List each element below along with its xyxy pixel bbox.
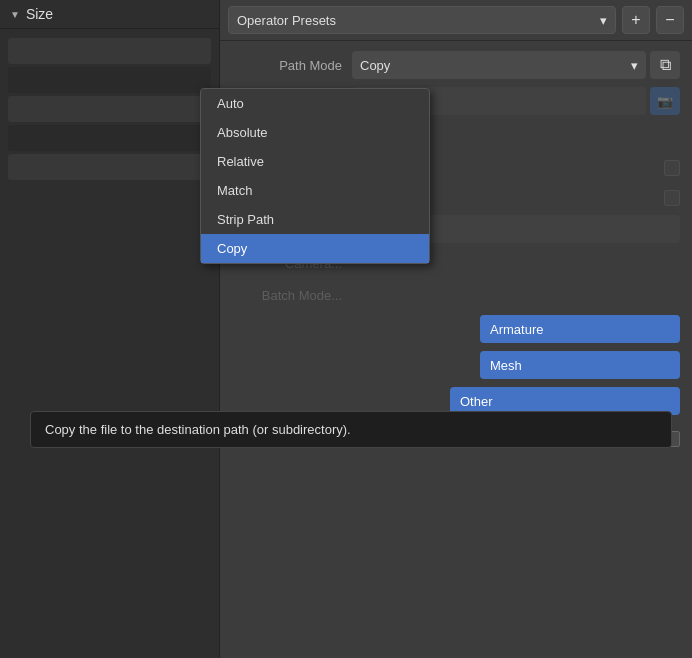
collection-checkbox[interactable] (664, 190, 680, 206)
sidebar-item-4[interactable] (8, 125, 211, 151)
batch-mode-text: Batch Mode... (232, 288, 352, 303)
sidebar-item-5[interactable] (8, 154, 211, 180)
blue-items-container: Armature Mesh Other (232, 315, 680, 419)
dropdown-item-strip-path[interactable]: Strip Path (201, 205, 429, 234)
sidebar-collapse-icon[interactable]: ▼ (10, 9, 20, 20)
sidebar-item-1[interactable] (8, 38, 211, 64)
add-preset-button[interactable]: + (622, 6, 650, 34)
sidebar-item-2[interactable] (8, 67, 211, 93)
path-mode-value: Copy (360, 58, 390, 73)
mesh-row: Mesh (232, 351, 680, 383)
dropdown-item-absolute[interactable]: Absolute (201, 118, 429, 147)
path-mode-dropdown-menu: Auto Absolute Relative Match Strip Path … (200, 88, 430, 264)
path-mode-controls: Copy ▾ ⧉ (352, 51, 680, 79)
batch-mode-icon-btn[interactable]: 📷 (650, 87, 680, 115)
sidebar: ▼ Size (0, 0, 220, 658)
mesh-item[interactable]: Mesh (480, 351, 680, 379)
dropdown-item-auto[interactable]: Auto (201, 89, 429, 118)
top-bar: Operator Presets ▾ + − (220, 0, 692, 41)
path-mode-copy-icon[interactable]: ⧉ (650, 51, 680, 79)
presets-chevron-icon: ▾ (600, 13, 607, 28)
armature-row: Armature (232, 315, 680, 347)
path-mode-dropdown[interactable]: Copy ▾ (352, 51, 646, 79)
operator-presets-dropdown[interactable]: Operator Presets ▾ (228, 6, 616, 34)
batch-label-row: Batch Mode... (232, 283, 680, 307)
sidebar-content (0, 29, 219, 189)
operator-presets-label: Operator Presets (237, 13, 336, 28)
armature-item[interactable]: Armature (480, 315, 680, 343)
tooltip: Copy the file to the destination path (o… (30, 411, 672, 448)
dropdown-item-match[interactable]: Match (201, 176, 429, 205)
sidebar-header: ▼ Size (0, 0, 219, 29)
tooltip-text: Copy the file to the destination path (o… (45, 422, 351, 437)
path-mode-chevron-icon: ▾ (631, 58, 638, 73)
sidebar-title: Size (26, 6, 53, 22)
path-mode-row: Path Mode Copy ▾ ⧉ (232, 51, 680, 79)
other-label: Other (460, 394, 493, 409)
copy-file-icon: ⧉ (660, 56, 671, 74)
batch-camera-icon: 📷 (657, 94, 673, 109)
selected-objects-checkbox[interactable] (664, 160, 680, 176)
dropdown-item-copy[interactable]: Copy (201, 234, 429, 263)
sidebar-item-3[interactable] (8, 96, 211, 122)
mesh-label: Mesh (490, 358, 522, 373)
armature-label: Armature (490, 322, 543, 337)
path-mode-label: Path Mode (232, 58, 352, 73)
dropdown-item-relative[interactable]: Relative (201, 147, 429, 176)
remove-preset-button[interactable]: − (656, 6, 684, 34)
